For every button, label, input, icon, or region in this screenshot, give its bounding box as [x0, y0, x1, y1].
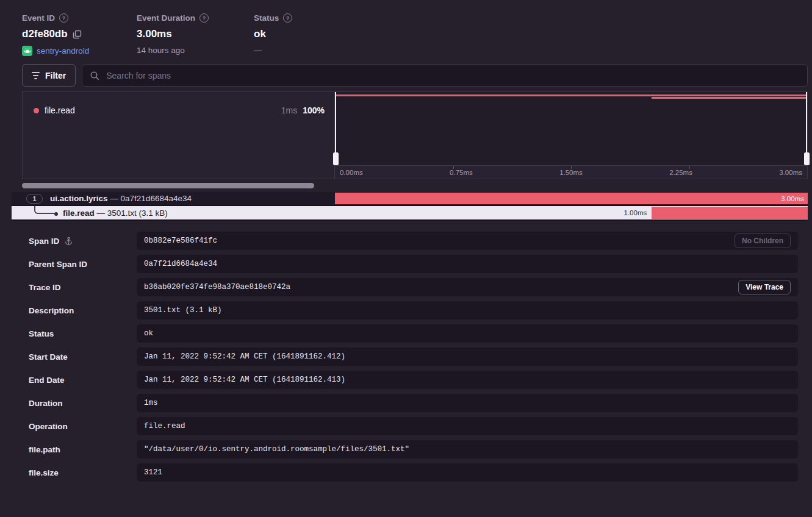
children-count-badge[interactable]: 1	[26, 194, 43, 204]
detail-label: Duration	[29, 399, 137, 408]
minimap-span-line	[652, 97, 807, 99]
view-trace-button[interactable]: View Trace	[738, 280, 791, 294]
span-row-transaction[interactable]: 1 ui.action.lyrics — 0a7f21d6684a4e34 3.…	[12, 192, 808, 206]
op-color-dot	[34, 108, 39, 113]
minimap-chart[interactable]	[335, 92, 807, 165]
detail-value: ok	[137, 324, 798, 343]
android-platform-icon	[22, 46, 32, 56]
span-op: file.read	[63, 209, 95, 218]
event-id-value: d2fe80db	[22, 28, 68, 40]
help-icon[interactable]: ?	[283, 13, 292, 23]
detail-value: "/data/user/0/io.sentry.android.roomsamp…	[137, 440, 798, 458]
detail-label: Operation	[29, 422, 137, 431]
filter-button-label: Filter	[45, 71, 66, 80]
search-input[interactable]	[105, 70, 800, 81]
axis-tick-label: 0.75ms	[450, 169, 473, 176]
minimap-right-handle[interactable]	[806, 92, 807, 165]
span-details-table: Span ID0b882e7e586f41fcNo ChildrenParent…	[0, 232, 812, 482]
event-duration-value: 3.00ms	[137, 28, 172, 40]
detail-label: Description	[29, 306, 137, 315]
span-desc: 0a7f21d6684a4e34	[121, 194, 192, 203]
minimap-timeline: 0.00ms0.75ms1.50ms2.25ms3.00ms	[335, 92, 807, 179]
event-duration-label: Event Duration	[137, 13, 195, 23]
detail-row: Start DateJan 11, 2022 9:52:42 AM CET (1…	[29, 348, 798, 366]
detail-value: 3501.txt (3.1 kB)	[137, 301, 798, 319]
ops-breakdown-panel: file.read 1ms 100%	[23, 92, 335, 179]
span-duration-bar[interactable]	[652, 207, 808, 219]
no-children-button[interactable]: No Children	[735, 234, 791, 248]
detail-value: 1ms	[137, 394, 798, 412]
span-duration-bar[interactable]: 3.00ms	[335, 193, 808, 204]
ops-legend-row[interactable]: file.read 1ms 100%	[23, 92, 334, 115]
scroll-strip	[22, 179, 808, 192]
axis-tick-label: 2.25ms	[669, 169, 692, 176]
minimap-span-line	[335, 94, 807, 96]
tree-connector	[34, 206, 54, 214]
detail-row: Duration1ms	[29, 394, 798, 412]
time-axis: 0.00ms0.75ms1.50ms2.25ms3.00ms	[335, 165, 807, 179]
detail-value: 0b882e7e586f41fcNo Children	[137, 232, 798, 250]
axis-tick-label: 3.00ms	[779, 169, 802, 176]
status-sub: —	[254, 46, 262, 55]
detail-value: 0a7f21d6684a4e34	[137, 255, 798, 273]
detail-value: Jan 11, 2022 9:52:42 AM CET (1641891162.…	[137, 348, 798, 366]
search-icon	[90, 71, 99, 80]
help-icon[interactable]: ?	[59, 13, 68, 23]
detail-label: End Date	[29, 376, 137, 385]
span-op: ui.action.lyrics	[50, 194, 108, 203]
status-label-row: Status ?	[254, 13, 292, 23]
span-duration-label: 1.00ms	[624, 206, 647, 219]
op-name: file.read	[45, 105, 75, 115]
span-tree: 1 ui.action.lyrics — 0a7f21d6684a4e34 3.…	[12, 192, 808, 221]
detail-row: file.size3121	[29, 463, 798, 482]
detail-row: Parent Span ID0a7f21d6684a4e34	[29, 255, 798, 273]
anchor-icon[interactable]	[64, 237, 73, 246]
detail-value: b36ab020fe374fe98a370ae818e0742aView Tra…	[137, 278, 798, 296]
axis-tick-label: 1.50ms	[559, 169, 583, 176]
detail-row: End DateJan 11, 2022 9:52:42 AM CET (164…	[29, 371, 798, 389]
detail-row: Span ID0b882e7e586f41fcNo Children	[29, 232, 798, 250]
tree-connector-dot	[54, 212, 58, 216]
detail-row: file.path"/data/user/0/io.sentry.android…	[29, 440, 798, 458]
detail-label: file.size	[29, 468, 137, 477]
detail-value: file.read	[137, 417, 798, 435]
detail-label: Trace ID	[29, 283, 137, 292]
status-value: ok	[254, 28, 266, 40]
detail-label: Parent Span ID	[29, 260, 137, 269]
detail-label: Status	[29, 329, 137, 338]
detail-label: Span ID	[29, 237, 137, 246]
horizontal-scrollbar[interactable]	[22, 183, 314, 188]
detail-row: Trace IDb36ab020fe374fe98a370ae818e0742a…	[29, 278, 798, 296]
filter-icon	[32, 72, 40, 79]
detail-label: file.path	[29, 445, 137, 454]
detail-row: Operationfile.read	[29, 417, 798, 435]
minimap-left-handle[interactable]	[335, 92, 336, 165]
detail-value: 3121	[137, 463, 798, 482]
event-id-label: Event ID	[22, 13, 55, 23]
detail-row: Statusok	[29, 324, 798, 343]
event-duration-ago: 14 hours ago	[137, 46, 185, 55]
event-header: Event ID ? d2fe80db	[0, 0, 812, 56]
status-label: Status	[254, 13, 279, 23]
project-link[interactable]: sentry-android	[37, 46, 89, 55]
event-duration-label-row: Event Duration ?	[137, 13, 254, 23]
span-row-selected[interactable]: file.read — 3501.txt (3.1 kB) 1.00ms	[12, 206, 808, 221]
span-duration-label: 3.00ms	[781, 195, 808, 202]
detail-value: Jan 11, 2022 9:52:42 AM CET (1641891162.…	[137, 371, 798, 389]
event-id-label-row: Event ID ?	[22, 13, 137, 23]
span-desc: 3501.txt (3.1 kB)	[107, 209, 168, 218]
span-search	[82, 64, 808, 87]
copy-icon[interactable]	[73, 30, 82, 39]
op-percent: 100%	[303, 105, 325, 115]
detail-row: Description3501.txt (3.1 kB)	[29, 301, 798, 319]
detail-label: Start Date	[29, 352, 137, 362]
axis-tick-label: 0.00ms	[340, 169, 363, 176]
span-toolbar: Filter	[22, 64, 808, 87]
trace-minimap: file.read 1ms 100% 0.00ms0.75ms1.50ms2.2…	[22, 91, 808, 179]
filter-button[interactable]: Filter	[22, 64, 76, 87]
op-duration: 1ms	[281, 105, 297, 115]
help-icon[interactable]: ?	[199, 13, 209, 23]
